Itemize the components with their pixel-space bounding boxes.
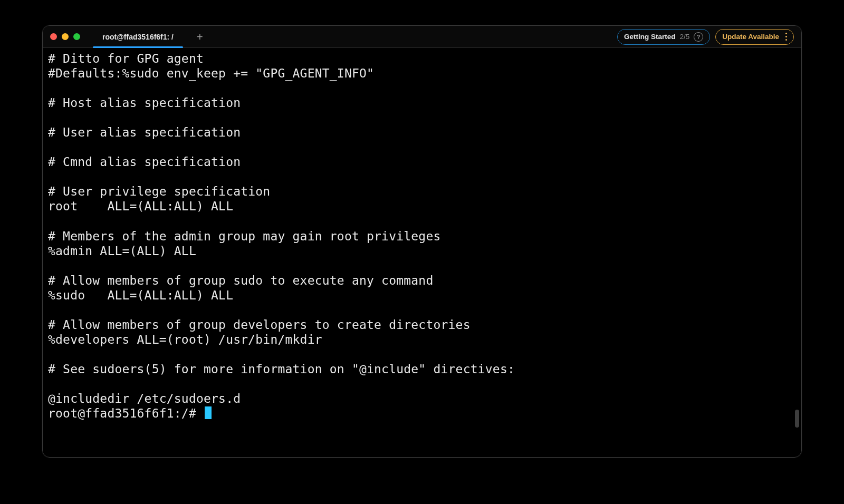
update-label: Update Available [722, 33, 779, 41]
traffic-lights [50, 33, 80, 40]
minimize-icon[interactable] [62, 33, 69, 40]
new-tab-button[interactable]: + [193, 30, 207, 44]
getting-started-count: 2/5 [679, 33, 689, 41]
terminal-lines: # Ditto for GPG agent #Defaults:%sudo en… [48, 52, 515, 405]
titlebar: root@ffad3516f6f1: / + Getting Started 2… [43, 26, 801, 48]
update-available-button[interactable]: Update Available [715, 29, 794, 45]
getting-started-button[interactable]: Getting Started 2/5 ? [617, 29, 710, 45]
tab-terminal[interactable]: root@ffad3516f6f1: / [93, 26, 183, 47]
help-icon: ? [694, 32, 703, 42]
terminal-body[interactable]: # Ditto for GPG agent #Defaults:%sudo en… [43, 48, 801, 457]
zoom-icon[interactable] [73, 33, 80, 40]
terminal-window: root@ffad3516f6f1: / + Getting Started 2… [42, 25, 802, 458]
getting-started-label: Getting Started [624, 33, 676, 41]
kebab-icon [785, 33, 787, 41]
cursor-icon [205, 406, 212, 419]
tab-title: root@ffad3516f6f1: / [102, 33, 174, 41]
shell-prompt: root@ffad3516f6f1:/# [48, 406, 204, 420]
terminal-output: # Ditto for GPG agent #Defaults:%sudo en… [48, 51, 796, 421]
plus-icon: + [197, 31, 203, 43]
scrollbar-thumb[interactable] [795, 410, 799, 428]
close-icon[interactable] [50, 33, 57, 40]
